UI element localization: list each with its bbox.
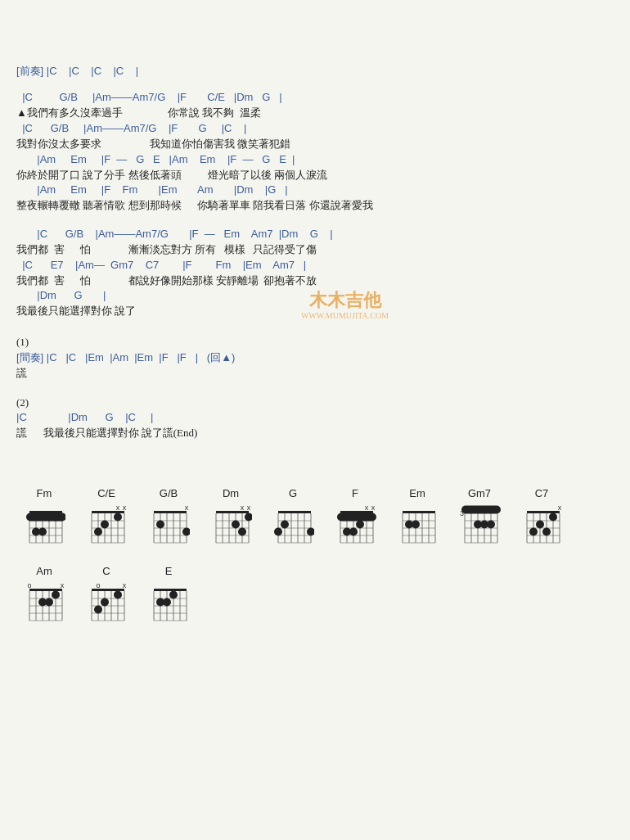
svg-rect-119 [461, 505, 501, 513]
chord-grid: 3 [458, 501, 501, 558]
svg-text:x: x [558, 504, 562, 512]
chord-grid [147, 579, 190, 636]
svg-point-13 [38, 527, 47, 535]
chord-grid: xx [85, 501, 128, 558]
svg-rect-33 [154, 511, 187, 513]
svg-point-44 [156, 520, 164, 528]
chord-diagram-g-b: G/Bx [141, 487, 196, 558]
svg-text:o: o [27, 581, 31, 589]
svg-point-184 [169, 590, 178, 598]
chord-name-label: F [352, 487, 358, 499]
lyric-interlude: 謊 [16, 365, 614, 382]
svg-point-74 [274, 527, 282, 535]
intro-line: [前奏] |C |C |C |C | [16, 64, 614, 79]
svg-rect-94 [403, 511, 435, 513]
svg-point-134 [529, 527, 538, 535]
chord-diagram-am: Amxo [16, 565, 72, 636]
chord-line-4: |Am Em |F Fm |Em Am |Dm |G | [16, 183, 614, 197]
svg-point-45 [182, 527, 190, 535]
outro-chord: |C |Dm G |C | [16, 410, 614, 425]
svg-point-122 [487, 520, 495, 528]
interlude-line: [間奏] |C |C |Em |Am |Em |F |F | (回▲) [16, 350, 614, 365]
chord-grid: xx [209, 501, 252, 558]
lyric-line-2: 我對你沒太多要求 我知道你怕傷害我 微笑著犯錯 [16, 136, 614, 152]
header [16, 8, 614, 57]
svg-point-167 [101, 598, 109, 606]
chord-diagram-gm7: Gm73 [452, 487, 507, 558]
chord-diagram-e: E [141, 565, 196, 636]
chord-line-5: |C G/B |Am——Am7/G |F — Em Am7 |Dm G | [16, 227, 614, 242]
outro-section: (2) |C |Dm G |C | 謊 我最後只能選擇對你 說了謊(End) [16, 395, 614, 441]
svg-rect-63 [278, 511, 311, 513]
svg-point-30 [114, 513, 122, 521]
svg-point-168 [114, 590, 122, 598]
svg-point-29 [101, 520, 109, 528]
svg-point-58 [232, 520, 240, 528]
svg-point-135 [536, 520, 544, 528]
chord-diagram-g: G [265, 487, 321, 558]
chord-name-label: Fm [37, 487, 52, 499]
chord-name-label: G [289, 487, 297, 499]
chord-name-label: Gm7 [468, 487, 491, 499]
chord-diagram-fm: Fm [16, 487, 72, 558]
svg-point-75 [281, 520, 289, 528]
chord-name-label: C7 [535, 487, 549, 499]
svg-text:x: x [247, 504, 251, 512]
svg-point-166 [94, 605, 102, 613]
chord-name-label: Am [36, 565, 52, 577]
svg-text:x: x [61, 581, 65, 589]
svg-rect-171 [154, 589, 187, 591]
svg-point-90 [349, 527, 358, 535]
chord-name-label: Em [409, 487, 425, 499]
chord-line-3: |Am Em |F — G E |Am Em |F — G E | [16, 152, 614, 167]
chord-diagrams: FmC/ExxG/BxDmxxGFxxEmGm73C7xAmxoCxoE [16, 487, 614, 636]
svg-text:x: x [123, 581, 127, 589]
verse1-section: |C G/B |Am——Am7/G |F C/E |Dm G | ▲我們有多久沒… [16, 90, 614, 214]
svg-text:x: x [185, 504, 189, 512]
chord-name-label: Dm [223, 487, 239, 499]
chord-grid: xx [334, 501, 376, 558]
lyric-line-4: 整夜輾轉覆轍 聽著情歌 想到那時候 你騎著單車 陪我看日落 你還說著愛我 [16, 197, 614, 214]
chord-diagram-dm: Dmxx [203, 487, 259, 558]
chord-diagram-c-e: C/Exx [79, 487, 134, 558]
chord-diagram-f: Fxx [327, 487, 383, 558]
svg-rect-139 [29, 589, 62, 591]
svg-point-59 [238, 527, 246, 535]
intro-section: [前奏] |C |C |C |C | [16, 64, 614, 79]
chord-name-label: C/E [97, 487, 115, 499]
chord-name-label: C [102, 565, 110, 577]
part-label-1: (1) [16, 334, 614, 350]
watermark-sub: WWW.MUMUJITA.COM [301, 311, 389, 320]
chord-line-7: |Dm G | [16, 288, 106, 303]
chord-grid [272, 501, 314, 558]
lyric-line-1: ▲我們有多久沒牽過手 你常說 我不夠 溫柔 [16, 105, 614, 121]
svg-point-151 [45, 598, 53, 606]
chord-grid: xo [85, 579, 128, 636]
chord-line-6: |C E7 |Am— Gm7 C7 |F Fm |Em Am7 | [16, 258, 614, 273]
svg-point-137 [549, 513, 557, 521]
lyric-line-6: 我們都 害 怕 都說好像開始那樣 安靜離場 卻抱著不放 [16, 273, 614, 289]
part-label-2: (2) [16, 395, 614, 411]
svg-text:x: x [116, 504, 120, 512]
svg-rect-88 [337, 513, 376, 521]
chord-line-1: |C G/B |Am——Am7/G |F C/E |Dm G | [16, 90, 614, 105]
outro-lyric: 謊 我最後只能選擇對你 說了謊(End) [16, 425, 614, 441]
svg-point-91 [356, 520, 364, 528]
svg-point-106 [412, 520, 420, 528]
svg-point-183 [163, 598, 171, 606]
svg-text:x: x [365, 504, 369, 512]
chord-name-label: G/B [160, 487, 178, 499]
svg-point-60 [245, 513, 252, 521]
chord-name-label: E [165, 565, 173, 577]
chorus-section: |C G/B |Am——Am7/G |F — Em Am7 |Dm G | 我們… [16, 227, 614, 323]
lyric-line-3: 你終於開了口 說了分手 然後低著頭 燈光暗了以後 兩個人淚流 [16, 167, 614, 183]
lyric-line-5: 我們都 害 怕 漸漸淡忘對方 所有 模樣 只記得受了傷 [16, 242, 614, 258]
chord-diagram-em: Em [389, 487, 445, 558]
svg-text:x: x [371, 504, 376, 512]
chord-grid: x [520, 501, 563, 558]
svg-point-152 [52, 590, 60, 598]
svg-text:x: x [241, 504, 245, 512]
svg-text:o: o [96, 581, 100, 589]
svg-text:x: x [123, 504, 127, 512]
chord-grid [23, 501, 65, 558]
